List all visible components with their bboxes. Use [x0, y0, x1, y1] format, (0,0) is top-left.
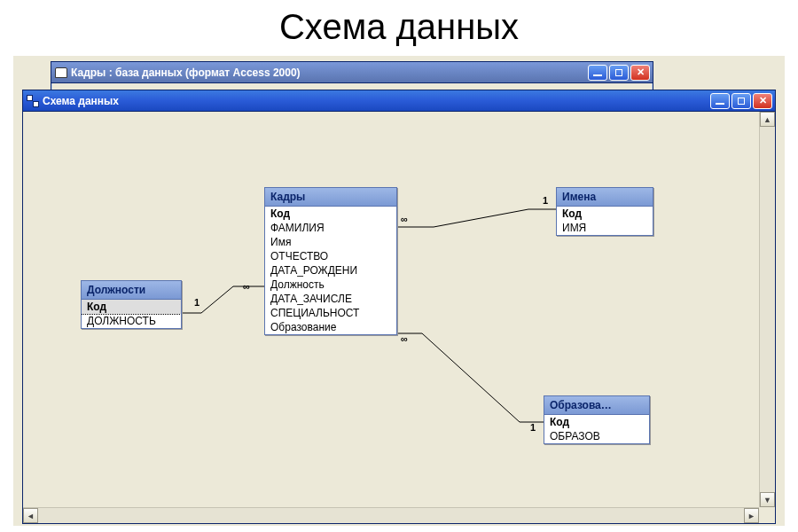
table-field[interactable]: Код	[557, 207, 653, 221]
maximize-button[interactable]	[732, 93, 751, 109]
table-field[interactable]: Код	[265, 207, 396, 221]
table-obrazova[interactable]: Образова… Код ОБРАЗОВ	[544, 395, 650, 444]
table-fields: Код ИМЯ	[557, 207, 653, 235]
minimize-button[interactable]	[710, 93, 730, 109]
desktop-area: Кадры : база данных (формат Access 2000)…	[13, 56, 785, 526]
table-dolzhnosti[interactable]: Должности Код ДОЛЖНОСТЬ	[81, 280, 182, 329]
table-field[interactable]: Должность	[265, 278, 396, 292]
table-imena[interactable]: Имена Код ИМЯ	[556, 187, 653, 236]
table-header[interactable]: Образова…	[544, 396, 649, 415]
scroll-up-button[interactable]: ▲	[760, 112, 775, 127]
table-fields: Код ОБРАЗОВ	[544, 415, 649, 443]
table-header[interactable]: Имена	[557, 188, 653, 207]
relation-label-1-right: ∞	[243, 281, 250, 292]
database-window-title: Кадры : база данных (формат Access 2000)	[71, 66, 588, 79]
scroll-left-button[interactable]: ◄	[23, 508, 38, 523]
relationships-window-title: Схема данных	[43, 95, 710, 107]
relationships-titlebar[interactable]: Схема данных ✕	[23, 90, 775, 112]
relation-label-3-right: 1	[530, 422, 536, 433]
table-field[interactable]: ИМЯ	[557, 221, 653, 235]
table-fields: Код ФАМИЛИЯ Имя ОТЧЕСТВО ДАТА_РОЖДЕНИ До…	[265, 207, 396, 334]
relationships-body: 1 ∞ ∞ 1 ∞ 1 Должности Код ДОЛЖНОСТЬ Кадр…	[23, 112, 775, 523]
relation-label-3-left: ∞	[401, 333, 408, 344]
slide-title: Схема данных	[0, 7, 798, 47]
table-field[interactable]: ОТЧЕСТВО	[265, 249, 396, 263]
relation-label-2-right: 1	[543, 195, 548, 206]
diagram-canvas[interactable]: 1 ∞ ∞ 1 ∞ 1 Должности Код ДОЛЖНОСТЬ Кадр…	[23, 112, 759, 507]
table-field[interactable]: ОБРАЗОВ	[544, 429, 649, 443]
relation-label-1-left: 1	[194, 297, 200, 308]
close-button[interactable]: ✕	[753, 93, 772, 109]
maximize-button[interactable]	[609, 65, 629, 81]
table-field[interactable]: Образование	[265, 320, 396, 334]
vertical-scrollbar[interactable]: ▲ ▼	[759, 112, 775, 507]
table-field[interactable]: Код	[82, 300, 181, 314]
database-icon	[55, 67, 67, 78]
table-header[interactable]: Должности	[82, 281, 181, 300]
table-field[interactable]: СПЕЦИАЛЬНОСТ	[265, 306, 396, 320]
table-field[interactable]: Код	[544, 415, 649, 429]
close-button[interactable]: ✕	[630, 65, 650, 81]
scroll-down-button[interactable]: ▼	[760, 492, 775, 507]
table-field[interactable]: ДАТА_ЗАЧИСЛЕ	[265, 292, 396, 306]
minimize-button[interactable]	[588, 65, 607, 81]
relationships-icon	[27, 95, 39, 107]
table-header[interactable]: Кадры	[265, 188, 396, 207]
horizontal-scrollbar[interactable]: ◄ ►	[23, 507, 759, 523]
table-field[interactable]: ДОЛЖНОСТЬ	[82, 314, 181, 328]
table-kadry[interactable]: Кадры Код ФАМИЛИЯ Имя ОТЧЕСТВО ДАТА_РОЖД…	[264, 187, 397, 335]
table-field[interactable]: ФАМИЛИЯ	[265, 221, 396, 235]
relation-label-2-left: ∞	[401, 214, 408, 224]
table-field[interactable]: ДАТА_РОЖДЕНИ	[265, 263, 396, 278]
table-field[interactable]: Имя	[265, 235, 396, 249]
relationships-window: Схема данных ✕ 1 ∞ ∞	[22, 90, 776, 524]
table-fields: Код ДОЛЖНОСТЬ	[82, 300, 181, 328]
scroll-right-button[interactable]: ►	[744, 508, 759, 523]
database-titlebar[interactable]: Кадры : база данных (формат Access 2000)…	[51, 62, 653, 83]
